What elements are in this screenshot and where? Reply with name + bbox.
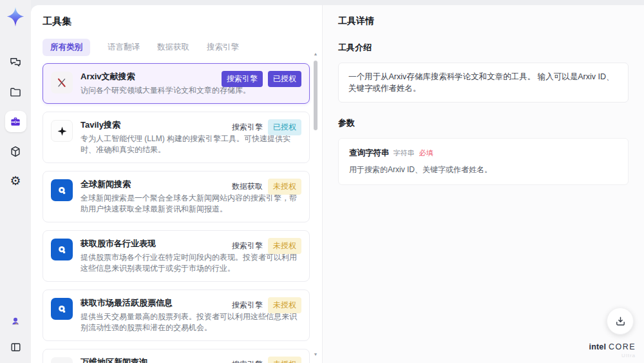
tool-category-badge: 搜索引擎 <box>232 359 263 363</box>
param-type: 字符串 <box>393 148 415 158</box>
param-description: 用于搜索的Arxiv ID、关键字或作者姓名。 <box>349 164 618 175</box>
tool-auth-badge: 未授权 <box>268 357 301 363</box>
main-panel: 工具集 所有类别 语言翻译 数据获取 搜索引擎 Arxiv文献搜索 访问各个研究… <box>31 5 644 363</box>
tool-category-badge: 数据获取 <box>232 181 263 192</box>
tool-description: 全球新闻搜索是一个聚合全球各大新闻网站内容的搜索引擎，帮助用户快速获取全球最新资… <box>80 193 301 215</box>
app-logo <box>6 6 25 27</box>
category-tabs: 所有类别 语言翻译 数据获取 搜索引擎 <box>43 39 310 55</box>
download-button[interactable] <box>607 308 634 335</box>
tool-card[interactable]: Arxiv文献搜索 访问各个研究领域大量科学论文和文章的存储库。 搜索引擎 已授… <box>43 63 310 104</box>
scroll-down-arrow[interactable]: ▼ <box>312 352 319 357</box>
news-app-icon <box>51 179 73 201</box>
tool-list: Arxiv文献搜索 访问各个研究领域大量科学论文和文章的存储库。 搜索引擎 已授… <box>43 63 310 363</box>
rail-bottom <box>5 310 26 358</box>
tool-card[interactable]: 全球新闻搜索 全球新闻搜索是一个聚合全球各大新闻网站内容的搜索引擎，帮助用户快速… <box>43 171 310 222</box>
scrollbar: ▲ ▼ <box>312 52 319 357</box>
tool-description: 专为人工智能代理 (LLM) 构建的搜索引擎工具。可快速提供实时、准确和真实的结… <box>80 133 301 155</box>
tool-card[interactable]: 获取股市各行业表现 提供股票市场各个行业在特定时间段内的表现。投资者可以利用这些… <box>43 230 310 282</box>
tab-search-engine[interactable]: 搜索引擎 <box>207 42 239 53</box>
tool-auth-badge: 未授权 <box>268 179 301 195</box>
tool-badges: 数据获取 未授权 <box>232 179 301 195</box>
tab-all-categories[interactable]: 所有类别 <box>43 39 90 56</box>
sidebar-item-settings[interactable]: ⚙ <box>5 170 26 191</box>
rail-nav: ⚙ <box>5 52 26 191</box>
tool-card[interactable]: Tavily搜索 专为人工智能代理 (LLM) 构建的搜索引擎工具。可快速提供实… <box>43 112 310 163</box>
tool-auth-badge: 未授权 <box>268 238 301 254</box>
chat-icon <box>9 56 22 69</box>
tools-panel: 工具集 所有类别 语言翻译 数据获取 搜索引擎 Arxiv文献搜索 访问各个研究… <box>31 5 322 363</box>
tool-details-panel: 工具详情 工具介绍 一个用于从Arxiv存储库搜索科学论文和文章的工具。 输入可… <box>322 5 644 363</box>
tavily-star-icon <box>51 120 73 142</box>
tool-intro-text: 一个用于从Arxiv存储库搜索科学论文和文章的工具。 输入可以是Arxiv ID… <box>338 63 629 103</box>
parameter-card: 查询字符串 字符串 必填 用于搜索的Arxiv ID、关键字或作者姓名。 <box>338 138 629 185</box>
user-profile-button[interactable] <box>5 310 26 331</box>
tool-auth-badge: 已授权 <box>268 119 301 135</box>
tool-auth-badge: 未授权 <box>268 297 301 313</box>
tool-card[interactable]: 获取市场最活跃股票信息 提供当天交易量最高的股票列表。投资者可以利用这些信息来识… <box>43 289 310 341</box>
scrollbar-thumb[interactable] <box>314 61 317 130</box>
scroll-up-arrow[interactable]: ▲ <box>312 52 319 56</box>
tool-badges: 搜索引擎 已授权 <box>222 71 301 87</box>
tool-category-badge: 搜索引擎 <box>222 71 263 87</box>
tool-badges: 搜索引擎 已授权 <box>232 119 301 135</box>
arxiv-logo-icon <box>51 72 73 93</box>
toolbox-icon <box>9 115 22 128</box>
news-app-icon <box>51 239 73 260</box>
tool-badges: 搜索引擎 未授权 <box>232 297 301 313</box>
cube-icon <box>9 145 22 158</box>
intro-heading: 工具介绍 <box>338 42 629 54</box>
download-icon <box>614 315 627 328</box>
tool-category-badge: 搜索引擎 <box>232 240 263 251</box>
param-required-badge: 必填 <box>419 148 433 158</box>
tool-badges: 搜索引擎 未授权 <box>232 238 301 254</box>
building-icon <box>51 357 73 363</box>
params-heading: 参数 <box>338 117 629 129</box>
tool-badges: 搜索引擎 未授权 <box>232 357 301 363</box>
sidebar-item-packages[interactable] <box>5 141 26 162</box>
page-title: 工具集 <box>43 15 310 28</box>
gear-icon: ⚙ <box>10 175 21 187</box>
intel-sub-label: Ultra <box>589 353 636 358</box>
tool-auth-badge: 已授权 <box>268 71 301 87</box>
tool-category-badge: 搜索引擎 <box>232 122 263 133</box>
intel-core-logo: intel core Ultra <box>589 341 636 358</box>
panel-toggle-icon <box>10 341 22 353</box>
sidebar-item-files[interactable] <box>5 81 26 103</box>
tab-data-fetch[interactable]: 数据获取 <box>157 42 189 53</box>
details-title: 工具详情 <box>338 15 629 27</box>
tool-description: 提供股票市场各个行业在特定时间段内的表现。投资者可以利用这些信息来识别表现优于或… <box>80 252 301 274</box>
param-name: 查询字符串 <box>349 148 390 159</box>
tool-description: 提供当天交易量最高的股票列表。投资者可以利用这些信息来识别流动性强的股票和潜在的… <box>80 311 301 333</box>
user-avatar-icon <box>10 315 21 327</box>
news-app-icon <box>51 298 73 320</box>
tool-category-badge: 搜索引擎 <box>232 300 263 311</box>
collapse-panel-button[interactable] <box>5 337 26 358</box>
folder-icon <box>9 86 22 99</box>
sidebar-item-tools[interactable] <box>5 111 26 132</box>
core-wordmark: core <box>609 342 636 351</box>
tool-card[interactable]: 万维地区新闻查询 查询具体行政区划内的新闻，快速了解各地新闻动 搜索引擎 未授权 <box>43 349 310 363</box>
tab-language-translation[interactable]: 语言翻译 <box>108 42 140 53</box>
intel-wordmark: intel <box>589 342 606 351</box>
side-rail: ⚙ <box>0 0 31 363</box>
sidebar-item-chat[interactable] <box>5 52 26 73</box>
